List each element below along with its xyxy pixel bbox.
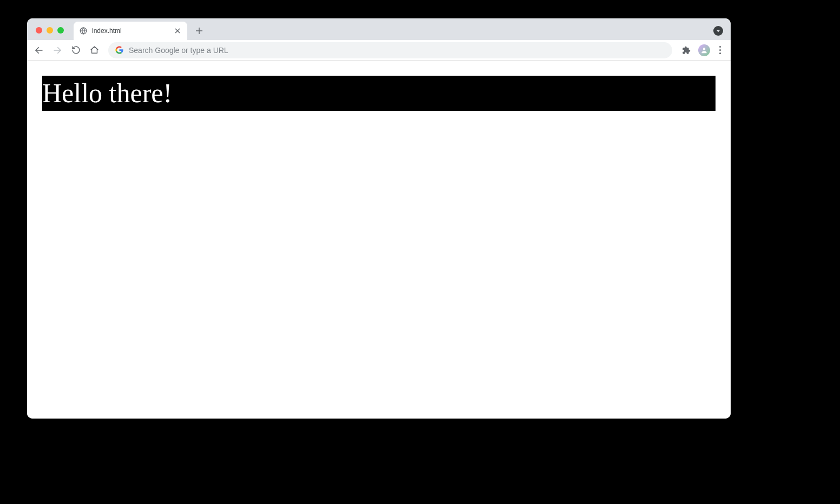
forward-button[interactable] [50,43,65,58]
tab-search-button[interactable] [713,26,723,36]
window-close-button[interactable] [36,27,42,34]
window-maximize-button[interactable] [57,27,64,34]
home-button[interactable] [87,43,102,58]
browser-tab[interactable]: index.html [74,22,187,40]
toolbar-actions [679,43,726,58]
new-tab-button[interactable] [192,23,207,38]
globe-icon [79,26,88,35]
back-button[interactable] [31,43,47,58]
svg-point-8 [703,48,706,50]
tab-strip: index.html [27,18,731,40]
address-bar-text: Search Google or type a URL [129,46,666,55]
google-icon [115,46,123,55]
profile-avatar[interactable] [698,44,710,56]
window-controls [36,27,64,34]
browser-window: index.html [27,18,731,419]
browser-menu-button[interactable] [714,46,725,54]
address-bar[interactable]: Search Google or type a URL [108,42,672,58]
window-minimize-button[interactable] [47,27,53,34]
browser-toolbar: Search Google or type a URL [27,40,731,61]
page-viewport: Hello there! [27,61,731,419]
reload-button[interactable] [68,43,83,58]
svg-marker-5 [717,30,720,32]
tab-close-button[interactable] [173,26,182,35]
page-heading: Hello there! [42,76,716,111]
chevron-down-icon [713,26,723,36]
extensions-button[interactable] [679,43,694,58]
tab-title: index.html [92,27,169,35]
